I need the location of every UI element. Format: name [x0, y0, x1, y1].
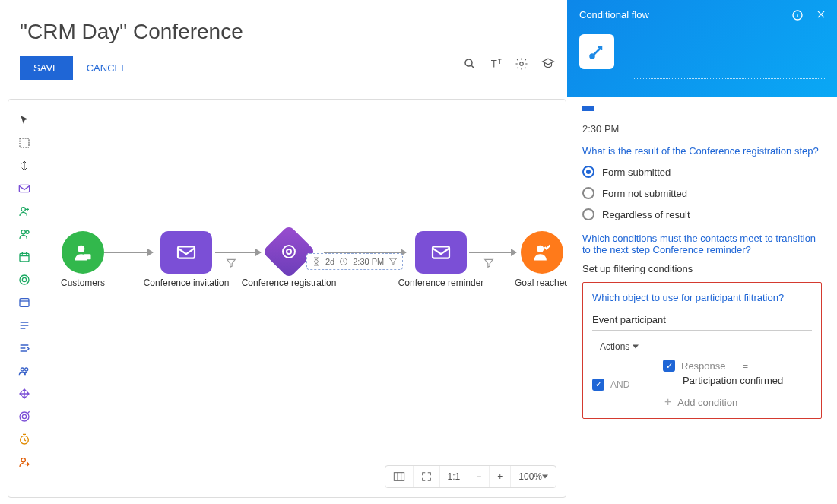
node-registration[interactable]	[262, 225, 316, 279]
svg-point-9	[22, 277, 26, 281]
checkbox-icon[interactable]: ✓	[663, 360, 675, 372]
exit-icon[interactable]	[17, 455, 31, 469]
delay-time: 2:30 PM	[353, 257, 384, 266]
pointer-icon[interactable]	[17, 113, 31, 127]
filter-icon[interactable]	[226, 258, 236, 271]
panel-header: Conditional flow	[567, 0, 837, 97]
svg-point-8	[20, 275, 29, 284]
node-reminder[interactable]	[415, 231, 467, 274]
svg-point-27	[591, 55, 594, 59]
text-tool-icon[interactable]	[489, 57, 503, 74]
and-label: AND	[610, 379, 629, 390]
node-label: Customers	[30, 277, 136, 288]
move-icon[interactable]	[17, 387, 31, 401]
properties-panel: Conditional flow 2:30 PM What is the res…	[567, 0, 837, 504]
toolbar-right	[463, 57, 556, 74]
email-icon[interactable]	[17, 182, 31, 195]
delay-box[interactable]: 2d 2:30 PM	[306, 253, 403, 270]
question-object: Which object to use for participant filt…	[592, 292, 812, 303]
add-condition-button[interactable]: + Add condition	[664, 395, 812, 409]
lasso-icon[interactable]	[17, 136, 31, 150]
form-icon[interactable]	[17, 319, 31, 332]
radio-icon	[582, 208, 594, 220]
zoom-out-button[interactable]: −	[468, 466, 489, 487]
condition-field: Response	[681, 360, 726, 372]
svg-point-17	[78, 246, 84, 252]
svg-point-20	[283, 246, 295, 258]
radio-label: Form not submitted	[602, 188, 687, 199]
svg-point-12	[25, 368, 28, 371]
fit-icon[interactable]	[413, 466, 439, 487]
canvas-area: Customers Conference invitation Conferen…	[8, 99, 566, 498]
chevron-down-icon	[633, 344, 639, 349]
svg-point-4	[21, 208, 25, 211]
node-goal[interactable]	[521, 231, 563, 274]
highlighted-section: Which object to use for participant filt…	[582, 282, 822, 419]
header-divider	[634, 78, 825, 79]
checkbox-icon[interactable]: ✓	[592, 379, 604, 391]
node-label: Conference registration	[236, 277, 342, 288]
svg-point-24	[537, 246, 544, 252]
panel-title: Conditional flow	[579, 9, 825, 21]
filter-icon[interactable]	[483, 258, 494, 271]
zoom-ratio[interactable]: 1:1	[439, 466, 468, 487]
goal-icon[interactable]	[17, 410, 31, 423]
radio-label: Form submitted	[602, 166, 671, 178]
close-icon[interactable]	[816, 9, 826, 24]
svg-point-1	[520, 62, 524, 66]
remove-audience-icon[interactable]	[17, 227, 31, 241]
timer-icon[interactable]	[17, 433, 31, 446]
radio-icon	[582, 187, 594, 199]
svg-rect-7	[20, 253, 29, 262]
add-audience-icon[interactable]	[17, 204, 31, 218]
radio-option-1[interactable]: Form submitted	[582, 166, 822, 178]
palette	[8, 100, 40, 497]
minimap-icon[interactable]	[385, 466, 413, 487]
event-icon[interactable]	[17, 250, 31, 264]
zoom-in-button[interactable]: +	[489, 466, 510, 487]
accent-strip	[582, 106, 594, 111]
svg-rect-18	[84, 254, 90, 259]
filter-note: Set up filtering conditions	[582, 263, 822, 274]
node-label: Conference invitation	[133, 277, 239, 288]
svg-point-0	[465, 59, 472, 66]
svg-rect-25	[394, 473, 404, 481]
condition-row[interactable]: ✓ Response =	[663, 360, 812, 372]
zoom-bar: 1:1 − + 100%	[385, 465, 556, 488]
radio-option-2[interactable]: Form not submitted	[582, 187, 822, 199]
academy-icon[interactable]	[541, 57, 556, 74]
object-input[interactable]: Event participant	[592, 311, 812, 331]
node-invitation[interactable]	[160, 231, 212, 274]
zoom-percent[interactable]: 100%	[510, 466, 556, 487]
delay-days: 2d	[325, 257, 334, 266]
gear-icon[interactable]	[515, 57, 528, 74]
svg-point-11	[21, 368, 24, 371]
panel-body: 2:30 PM What is the result of the Confer…	[567, 97, 837, 504]
task-icon[interactable]	[17, 341, 31, 355]
info-icon[interactable]	[791, 9, 804, 24]
radio-icon	[582, 166, 594, 178]
group-icon[interactable]	[17, 364, 31, 378]
search-icon[interactable]	[463, 57, 477, 74]
radio-option-3[interactable]: Regardless of result	[582, 208, 822, 220]
plus-icon: +	[664, 395, 671, 409]
flow-arrow	[469, 252, 516, 253]
time-display: 2:30 PM	[582, 119, 822, 135]
landing-icon[interactable]	[17, 296, 31, 309]
node-customers[interactable]	[62, 231, 104, 274]
cancel-button[interactable]: CANCEL	[87, 62, 127, 74]
filter-icon	[388, 257, 398, 266]
save-button[interactable]: SAVE	[20, 56, 73, 80]
diagram-canvas[interactable]: Customers Conference invitation Conferen…	[40, 100, 566, 497]
svg-rect-3	[19, 185, 29, 192]
condition-value: Participation confirmed	[683, 375, 812, 386]
svg-rect-19	[178, 246, 195, 258]
svg-point-14	[22, 414, 26, 418]
actions-menu[interactable]: Actions	[600, 341, 812, 352]
flow-arrow	[104, 252, 153, 253]
flow-arrow	[215, 252, 261, 253]
svg-rect-10	[20, 299, 29, 307]
connector-icon[interactable]	[17, 159, 31, 173]
panel-icon-chip	[579, 34, 614, 69]
condition-operator: =	[743, 360, 749, 372]
